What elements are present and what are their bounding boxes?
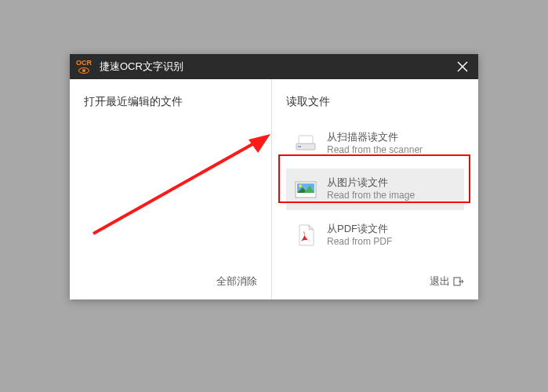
close-button[interactable]	[453, 57, 472, 76]
svg-point-9	[299, 184, 302, 187]
svg-rect-3	[299, 136, 313, 143]
recent-files-title: 打开最近编辑的文件	[84, 95, 257, 109]
close-icon	[457, 61, 468, 72]
read-from-scanner-option[interactable]: 从扫描器读文件 Read from the scanner	[286, 123, 464, 164]
exit-link[interactable]: 退出	[286, 274, 464, 289]
read-from-image-option[interactable]: 从图片读文件 Read from the image	[286, 169, 464, 209]
option-title: 从PDF读文件	[327, 223, 456, 236]
app-logo: OCR	[76, 60, 92, 74]
scanner-icon	[294, 132, 318, 155]
option-subtitle: Read from the scanner	[327, 144, 456, 157]
logo-text: OCR	[76, 60, 92, 67]
svg-rect-4	[298, 146, 301, 147]
option-subtitle: Read from the image	[327, 190, 456, 202]
titlebar: OCR 捷速OCR文字识别	[70, 54, 478, 79]
read-options-list: 从扫描器读文件 Read from the scanner	[286, 123, 464, 274]
option-title: 从扫描器读文件	[327, 131, 456, 144]
ocr-dialog: OCR 捷速OCR文字识别 打开最近编辑的文件 全部消除 读取文件	[70, 54, 478, 299]
image-icon	[294, 178, 318, 201]
exit-icon	[453, 277, 464, 286]
read-from-pdf-option[interactable]: 从PDF读文件 Read from PDF	[286, 215, 464, 256]
read-file-panel: 读取文件 从扫描器读文件 Read from the scanner	[272, 79, 478, 299]
option-subtitle: Read from PDF	[327, 236, 456, 249]
window-title: 捷速OCR文字识别	[100, 60, 453, 74]
eye-icon	[78, 67, 89, 74]
clear-all-link[interactable]: 全部消除	[84, 274, 257, 289]
dialog-content: 打开最近编辑的文件 全部消除 读取文件 从扫描器读文件	[70, 79, 478, 299]
pdf-icon	[294, 223, 318, 247]
read-file-title: 读取文件	[286, 95, 464, 109]
option-title: 从图片读文件	[327, 176, 456, 190]
recent-files-panel: 打开最近编辑的文件 全部消除	[70, 79, 272, 299]
